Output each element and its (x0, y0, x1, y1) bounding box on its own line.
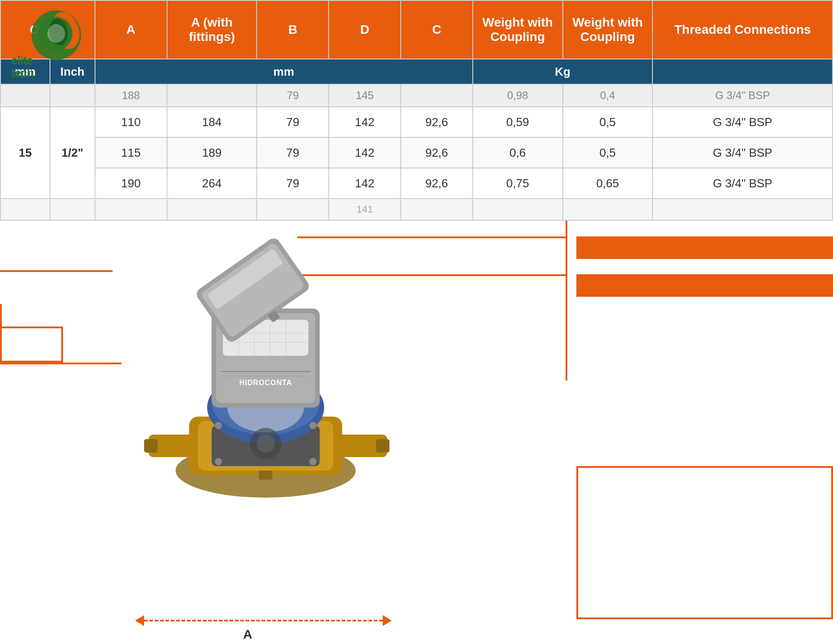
cell-w2-partial: 0,4 (563, 84, 653, 107)
cell-b-2: 79 (257, 137, 329, 168)
orange-block-right-mid (576, 274, 833, 297)
cell-calibr-inch-partial (50, 84, 95, 107)
svg-text:HIDROCONTA: HIDROCONTA (239, 379, 292, 386)
cell-d-1: 142 (329, 107, 401, 137)
specs-table: Calibr. A A (with fittings) B D C (0, 0, 833, 221)
cell-w1-partial: 0,98 (473, 84, 563, 107)
svg-rect-10 (144, 439, 158, 453)
cell-thread-3: G 3/4" BSP (652, 168, 833, 199)
logo-container: elite tech (2, 2, 92, 81)
cell-w1-btm (473, 199, 563, 220)
cell-calibr-mm-15: 15 (0, 107, 50, 199)
svg-point-34 (309, 422, 317, 429)
a-dimension-line (135, 615, 392, 626)
svg-point-38 (257, 435, 275, 453)
cell-w2-1: 0,5 (563, 107, 653, 137)
subheader-threaded-empty (652, 59, 833, 84)
cell-a-btm (95, 199, 167, 220)
col-header-threaded: Threaded Connections (652, 0, 833, 59)
cell-w2-btm (563, 199, 653, 220)
cell-calibr-inch-15: 1/2" (50, 107, 95, 199)
col-header-weight2: Weight with Coupling (563, 0, 653, 59)
svg-text:elite: elite (11, 54, 33, 67)
cell-c-partial (401, 84, 473, 107)
cell-b-partial: 79 (257, 84, 329, 107)
svg-rect-39 (259, 471, 272, 480)
orange-rect-bottom-right (576, 466, 833, 619)
cell-w2-2: 0,5 (563, 137, 653, 168)
orange-bracket-left (0, 327, 63, 363)
meter-svg: HIDROCONTA (131, 218, 401, 534)
orange-line-left-3 (0, 363, 122, 364)
orange-line-left-1 (0, 270, 113, 272)
col-header-d: D (329, 0, 401, 59)
cell-w1-1: 0,59 (473, 107, 563, 137)
cell-d-btm: 141 (329, 199, 401, 220)
cell-a-1: 110 (95, 107, 167, 137)
cell-b-btm (257, 199, 329, 220)
cell-thread-btm (652, 199, 833, 220)
cell-thread-2: G 3/4" BSP (652, 137, 833, 168)
cell-a-fit-partial (167, 84, 257, 107)
cell-b-1: 79 (257, 107, 329, 137)
cell-a-partial: 188 (95, 84, 167, 107)
subheader-unit-kg: Kg (473, 59, 653, 84)
cell-a-3: 190 (95, 168, 167, 199)
table-row-15-1: 15 1/2" 110 184 79 142 92,6 0,59 0,5 G 3… (0, 107, 833, 137)
cell-c-btm (401, 199, 473, 220)
svg-text:tech: tech (11, 66, 34, 78)
diagram-section: B A (0, 178, 833, 644)
table-row-partial-bottom: 141 (0, 199, 833, 220)
cell-w2-3: 0,65 (563, 168, 653, 199)
a-arrow-left (135, 615, 144, 626)
cell-w1-2: 0,6 (473, 137, 563, 168)
cell-calibr-mm-btm (0, 199, 50, 220)
col-header-a: A (95, 0, 167, 59)
svg-point-35 (215, 458, 222, 465)
cell-a-fit-2: 189 (167, 137, 257, 168)
cell-a-fit-btm (167, 199, 257, 220)
meter-image-container: HIDROCONTA (126, 214, 405, 538)
table-row-15-3: 190 264 79 142 92,6 0,75 0,65 G 3/4" BSP (0, 168, 833, 199)
a-dashed-line (144, 620, 383, 621)
cell-c-1: 92,6 (401, 107, 473, 137)
cell-calibr-inch-btm (50, 199, 95, 220)
svg-rect-12 (376, 439, 389, 453)
cell-a-fit-3: 264 (167, 168, 257, 199)
cell-calibr-mm-partial (0, 84, 50, 107)
col-header-c: C (401, 0, 473, 59)
orange-block-right-top (576, 236, 833, 259)
cell-c-3: 92,6 (401, 168, 473, 199)
col-header-weight1: Weight with Coupling (473, 0, 563, 59)
cell-a-2: 115 (95, 137, 167, 168)
cell-a-fit-1: 184 (167, 107, 257, 137)
cell-d-3: 142 (329, 168, 401, 199)
cell-thread-1: G 3/4" BSP (652, 107, 833, 137)
col-header-b: B (257, 0, 329, 59)
col-header-a-fittings: A (with fittings) (167, 0, 257, 59)
cell-d-2: 142 (329, 137, 401, 168)
cell-w1-3: 0,75 (473, 168, 563, 199)
svg-point-33 (215, 422, 222, 429)
subheader-unit-mm: mm (95, 59, 473, 84)
table-row-15-2: 115 189 79 142 92,6 0,6 0,5 G 3/4" BSP (0, 137, 833, 168)
logo-svg: elite tech (7, 6, 88, 78)
cell-c-2: 92,6 (401, 137, 473, 168)
a-dimension-label: A (243, 627, 252, 642)
cell-thread-partial: G 3/4" BSP (652, 84, 833, 107)
cell-b-3: 79 (257, 168, 329, 199)
svg-point-36 (309, 458, 317, 465)
table-row-partial-top: 188 79 145 0,98 0,4 G 3/4" BSP (0, 84, 833, 107)
a-arrow-right (383, 615, 392, 626)
cell-d-partial: 145 (329, 84, 401, 107)
